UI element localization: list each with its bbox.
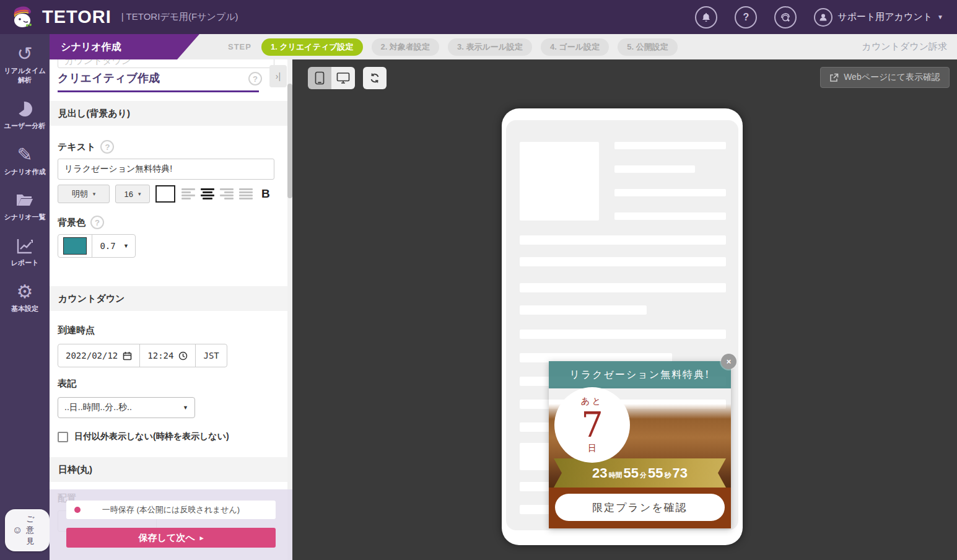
external-link-icon [829,73,839,82]
panel-collapse-button[interactable]: ›| [269,65,287,87]
timezone-label: JST [196,344,226,367]
feedback-button[interactable]: ☺ ご意見 [5,509,50,551]
sidebar-label: シナリオ一覧 [4,212,45,222]
phone-screen: リラクゼーション無料特典! あと 7 日 23 時間 55 分 [506,120,738,530]
folder-icon [15,189,34,211]
step-2-audience[interactable]: 2. 対象者設定 [372,38,439,56]
device-toggle [308,67,355,89]
sidebar-label: リアルタイム 解析 [4,66,46,85]
font-family-select[interactable]: 明朝 ▾ [58,185,110,203]
step-4-goal[interactable]: 4. ゴール設定 [541,38,609,56]
minutes-value: 55 [624,465,639,481]
sidebar-item-realtime[interactable]: ↺ リアルタイム 解析 [0,43,50,85]
hours-value: 23 [592,465,607,481]
pink-dot-icon [74,507,81,513]
help-question-icon[interactable]: ? [90,216,104,229]
step-1-creative[interactable]: 1. クリエイティブ設定 [261,38,363,56]
step-5-publish[interactable]: 5. 公開設定 [618,38,677,56]
calendar-icon [123,351,132,361]
close-icon[interactable]: × [721,354,736,369]
text-placeholder [520,305,647,315]
section-countdown: カウントダウン [50,286,287,311]
user-avatar-icon [814,8,832,27]
save-next-button[interactable]: 保存して次へ ▸ [66,528,276,548]
clock-icon [178,351,188,361]
sidebar-item-settings[interactable]: ⚙ 基本設定 [0,281,50,313]
title-underline [58,90,259,92]
align-center-icon[interactable] [200,187,215,201]
scrollbar-thumb[interactable] [287,84,292,198]
time-input[interactable]: 12:24 [140,344,195,367]
sidebar-item-scenario-list[interactable]: シナリオ一覧 [0,189,50,222]
checkbox-label: 日付以外表示しない(時枠を表示しない) [74,431,229,442]
minutes-unit: 分 [640,471,647,480]
date-input[interactable]: 2022/02/12 [58,344,139,367]
days-circle: あと 7 日 [554,387,630,463]
checkbox[interactable] [58,432,68,442]
step-3-display-rules[interactable]: 3. 表示ルール設定 [448,38,532,56]
text-placeholder [614,142,726,149]
account-name: サポート用アカウント [837,11,932,23]
refresh-button[interactable] [363,67,387,89]
brand-name: TETORI [42,7,111,27]
bg-color-control[interactable]: 0.7 ▼ [58,234,136,258]
text-placeholder [520,330,726,339]
save-footer-overlay: 一時保存 (本公開には反映されません) 保存して次へ ▸ [50,489,292,560]
section-heading-bg: 見出し(背景あり) [50,101,287,126]
phone-mockup: リラクゼーション無料特典! あと 7 日 23 時間 55 分 [502,108,743,545]
brand-logo[interactable]: TETORI [11,6,111,29]
open-webpage-button[interactable]: Webページにて表示確認 [820,67,950,88]
account-menu[interactable]: サポート用アカウント ▼ [814,8,943,27]
feedback-label: ご意見 [26,514,42,547]
desktop-view-button[interactable] [331,67,355,89]
sidebar-label: ユーザー分析 [4,121,46,131]
date-only-checkbox-row[interactable]: 日付以外表示しない(時枠を表示しない) [58,431,229,442]
align-right-icon[interactable] [219,187,234,201]
day-unit: 日 [588,443,596,454]
help-question-icon[interactable]: ? [100,140,114,154]
countdown-widget: リラクゼーション無料特典! あと 7 日 23 時間 55 分 [549,361,731,528]
report-chart-icon [16,235,33,257]
workspace-name: | TETORIデモ用(Fサンプル) [121,11,238,23]
help-question-icon[interactable]: ? [248,72,262,85]
text-placeholder [520,283,726,292]
format-select[interactable]: ..日..時間..分..秒.. ▼ [58,397,195,418]
font-size-select[interactable]: 16 ▾ [115,185,150,203]
cta-button[interactable]: 限定プランを確認 [555,494,725,521]
seconds-unit: 秒 [664,471,671,480]
help-icon[interactable]: ? [735,6,757,28]
preview-area: Webページにて表示確認 [292,59,957,560]
sidebar: ↺ リアルタイム 解析 ユーザー分析 ✎ シナリオ作成 [0,34,50,560]
bold-button[interactable]: B [261,187,270,201]
arrow-right-icon: ▸ [200,534,204,542]
step-label: STEP [228,42,251,51]
text-placeholder [614,189,726,196]
caret-down-icon: ▼ [183,405,188,411]
notifications-bell-icon[interactable] [695,6,717,28]
text-placeholder [614,165,695,173]
pie-chart-icon [16,98,33,120]
align-justify-icon[interactable] [238,187,253,201]
smiley-icon: ☺ [12,525,22,536]
gear-icon: ⚙ [17,281,33,303]
deadline-label: 到達時点 [58,325,95,336]
mobile-view-button[interactable] [308,67,331,89]
section-dayframe: 日枠(丸) [50,457,287,482]
sidebar-label: 基本設定 [11,304,38,313]
sidebar-item-report[interactable]: レポート [0,235,50,268]
panel-scrollbar[interactable] [287,59,292,560]
mascot-support-icon[interactable] [774,6,797,28]
sidebar-label: レポート [11,258,39,268]
caret-down-icon: ▾ [138,191,141,197]
text-color-swatch[interactable] [155,185,175,203]
headline-text-input[interactable]: リラクゼーション無料特典! [58,159,274,180]
sidebar-item-scenario-create[interactable]: ✎ シナリオ作成 [0,144,50,177]
sidebar-item-user-analysis[interactable]: ユーザー分析 [0,98,50,131]
bg-color-swatch[interactable] [63,237,87,255]
scenario-title-input[interactable]: カウントダウン [58,59,274,68]
question-glyph: ? [743,12,749,23]
account-caret-icon: ▼ [937,14,943,20]
align-left-icon[interactable] [181,187,196,201]
mascot-logo-icon [11,6,36,29]
temp-save-button[interactable]: 一時保存 (本公開には反映されません) [66,501,276,519]
